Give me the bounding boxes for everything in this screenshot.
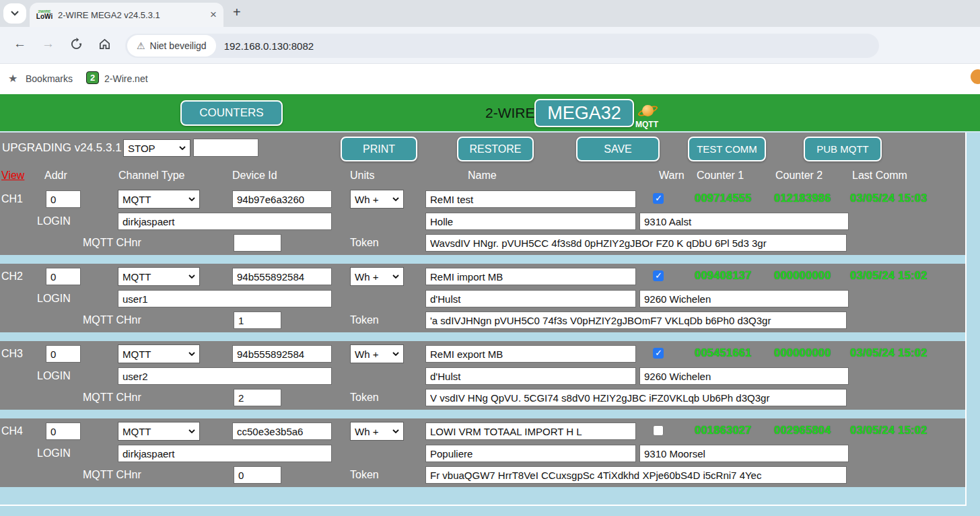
channel-type-select[interactable]: MQTT <box>118 344 200 363</box>
mqtt-chnr-input[interactable] <box>234 466 281 484</box>
channel-label: CH1 <box>1 193 23 205</box>
browser-toolbar: ← → ⚠ Niet beveiligd 192.168.0.130:8082 <box>0 27 980 64</box>
mqtt-planet-icon[interactable] <box>639 102 657 120</box>
units-select[interactable]: Wh + <box>350 267 404 286</box>
token-label: Token <box>350 314 379 326</box>
chevron-down-icon <box>188 352 195 356</box>
name2-input[interactable] <box>425 367 636 385</box>
mqtt-chnr-label: MQTT CHnr <box>83 392 141 404</box>
chevron-down-icon <box>188 274 195 279</box>
save-button[interactable]: SAVE <box>576 137 660 161</box>
app-header: COUNTERS 2-WIRE MEGA32 MQTT <box>0 94 980 133</box>
url-text: 192.168.0.130:8082 <box>224 40 314 52</box>
name2-input[interactable] <box>425 213 636 230</box>
name-input[interactable] <box>425 422 636 440</box>
login-input[interactable] <box>118 290 332 307</box>
restore-button[interactable]: RESTORE <box>457 137 534 161</box>
address-bar[interactable]: ⚠ Niet beveiligd 192.168.0.130:8082 <box>125 34 879 58</box>
mqtt-chnr-label: MQTT CHnr <box>83 314 141 326</box>
home-icon[interactable] <box>98 38 111 50</box>
name-input[interactable] <box>425 268 636 285</box>
warn-checkbox[interactable] <box>653 193 664 204</box>
warn-checkbox[interactable] <box>653 348 664 359</box>
channel-type-select[interactable]: MQTT <box>118 422 200 441</box>
brand-title: 2-WIRE <box>485 105 535 121</box>
refresh-icon[interactable] <box>70 38 83 50</box>
login-input[interactable] <box>118 445 332 462</box>
addr-input[interactable] <box>46 345 81 363</box>
star-icon[interactable]: ★ <box>8 72 18 85</box>
login-input[interactable] <box>118 213 332 230</box>
counter2-value: 012183986 <box>774 192 831 205</box>
tab-close-icon[interactable]: × <box>210 8 217 22</box>
token-input[interactable] <box>425 466 847 484</box>
channel-row: CH2 MQTT Wh + 009408137 000000000 03/05/… <box>0 264 965 332</box>
channel-type-select[interactable]: MQTT <box>118 190 200 209</box>
location-input[interactable] <box>639 445 849 462</box>
bookmarks-bar: ★ Bookmarks 2 2-Wire.net <box>0 64 980 94</box>
token-input[interactable] <box>425 234 847 252</box>
mqtt-chnr-input[interactable] <box>234 311 281 329</box>
channel-row: CH4 MQTT Wh + 001863027 002965804 03/05/… <box>0 418 965 487</box>
token-input[interactable] <box>425 389 847 406</box>
login-input[interactable] <box>118 367 332 385</box>
device-id-input[interactable] <box>232 190 332 208</box>
chevron-down-icon <box>392 429 399 433</box>
name2-input[interactable] <box>425 290 636 307</box>
device-id-input[interactable] <box>232 345 332 363</box>
addr-input[interactable] <box>46 190 81 208</box>
profile-avatar[interactable] <box>971 69 980 84</box>
addr-input[interactable] <box>46 268 81 285</box>
warning-icon: ⚠ <box>137 40 145 51</box>
browser-tab[interactable]: 2WIRE LoWi 2-WIRE MEGA2 v24.5.3.1 × <box>30 3 223 27</box>
mqtt-chnr-input[interactable] <box>234 234 281 252</box>
channel-type-select[interactable]: MQTT <box>118 267 200 286</box>
bookmarks-label[interactable]: Bookmarks <box>26 73 73 84</box>
channel-separator <box>0 487 965 496</box>
location-input[interactable] <box>639 290 849 307</box>
bookmark-item[interactable]: 2-Wire.net <box>104 73 148 84</box>
warn-checkbox[interactable] <box>653 425 664 436</box>
mega32-button[interactable]: MEGA32 <box>534 99 634 127</box>
pub-mqtt-button[interactable]: PUB MQTT <box>804 137 882 161</box>
security-chip[interactable]: ⚠ Niet beveiligd <box>127 35 216 57</box>
location-input[interactable] <box>639 213 849 230</box>
counter1-value: 005451661 <box>695 347 752 359</box>
location-input[interactable] <box>639 367 849 385</box>
print-button[interactable]: PRINT <box>341 137 417 161</box>
token-input[interactable] <box>425 311 847 329</box>
device-id-input[interactable] <box>232 422 332 440</box>
channel-label: CH2 <box>1 270 23 283</box>
tab-search-button[interactable] <box>3 3 26 24</box>
addr-input[interactable] <box>46 422 81 440</box>
last-comm-value: 03/05/24 15:02 <box>850 270 928 282</box>
channel-separator <box>0 255 965 264</box>
name-input[interactable] <box>425 345 636 363</box>
mqtt-chnr-label: MQTT CHnr <box>83 469 141 481</box>
device-id-input[interactable] <box>232 268 332 285</box>
counters-button[interactable]: COUNTERS <box>180 100 283 126</box>
test-comm-button[interactable]: TEST COMM <box>688 137 766 161</box>
mode-input[interactable] <box>193 139 258 157</box>
units-select[interactable]: Wh + <box>350 190 404 209</box>
last-comm-value: 03/05/24 15:03 <box>850 192 928 205</box>
back-icon[interactable]: ← <box>13 36 26 51</box>
mode-select[interactable]: STOP <box>123 139 190 157</box>
counter2-value: 000000000 <box>774 347 831 359</box>
warn-checkbox[interactable] <box>653 270 664 281</box>
token-label: Token <box>350 469 379 481</box>
login-label: LOGIN <box>37 293 71 305</box>
mqtt-chnr-input[interactable] <box>234 389 281 406</box>
units-select[interactable]: Wh + <box>350 344 404 363</box>
new-tab-button[interactable]: + <box>233 5 241 20</box>
chevron-down-icon <box>392 197 399 201</box>
units-select[interactable]: Wh + <box>350 422 404 441</box>
channel-label: CH3 <box>1 348 23 360</box>
upgrade-status: UPGRADING v24.5.3.1 <box>2 141 122 155</box>
name-input[interactable] <box>425 190 636 208</box>
name2-input[interactable] <box>425 445 636 462</box>
forward-icon[interactable]: → <box>42 36 55 51</box>
login-label: LOGIN <box>37 370 71 382</box>
security-label: Niet beveiligd <box>150 40 207 51</box>
view-link[interactable]: View <box>1 170 24 182</box>
